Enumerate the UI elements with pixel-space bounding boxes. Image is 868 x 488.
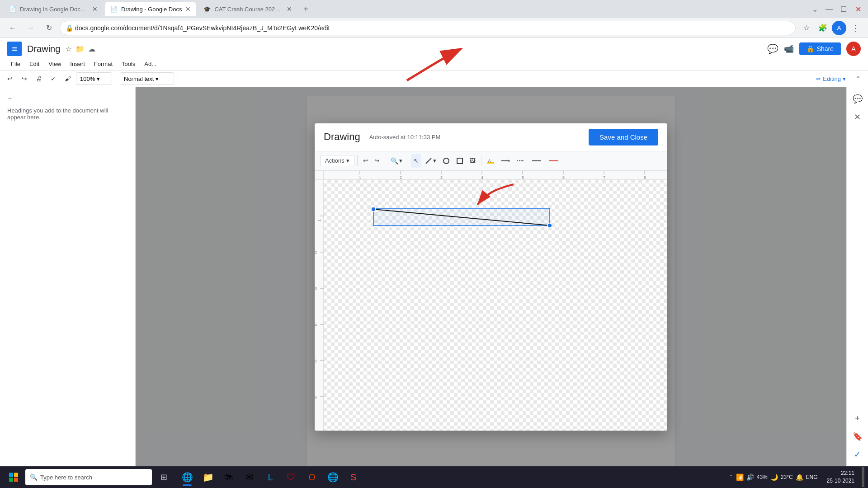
tab3-title: CAT Crash Course 2021 - Best or... <box>214 6 283 13</box>
print-button[interactable]: 🖨 <box>33 72 45 85</box>
redo-drawing-button[interactable]: ↪ <box>372 154 382 168</box>
star-icon[interactable]: ☆ <box>799 21 814 35</box>
tab-drawing-docs[interactable]: 📄 Drawing in Google Docs - Googl... ✕ <box>4 2 103 16</box>
red-line-button[interactable] <box>546 154 562 168</box>
tab1-close[interactable]: ✕ <box>92 5 98 13</box>
taskbar-lark[interactable]: L <box>260 467 280 487</box>
tab-cat-course[interactable]: 🎓 CAT Crash Course 2021 - Best or... ✕ <box>198 2 297 16</box>
comment-icon[interactable]: 💬 <box>767 43 778 54</box>
spellcheck-button[interactable]: ✓ <box>47 72 60 85</box>
tab-drawing-active[interactable]: 📄 Drawing - Google Docs ✕ <box>105 2 196 16</box>
profile-avatar[interactable]: A <box>832 21 846 35</box>
tray-up-arrow[interactable]: ⌃ <box>729 474 733 480</box>
undo-button[interactable]: ↩ <box>4 72 16 85</box>
sidebar-hint-text: Headings you add to the document will ap… <box>7 107 128 121</box>
close-window-button[interactable]: ✕ <box>852 3 864 15</box>
call-icon[interactable]: 📹 <box>784 44 794 54</box>
browser-toolbar: ← → ↻ 🔒 docs.google.com/document/d/1Nsqa… <box>0 18 868 38</box>
style-selector[interactable]: Normal text ▾ <box>120 72 174 85</box>
forward-button[interactable]: → <box>24 21 38 35</box>
redo-button[interactable]: ↪ <box>18 72 31 85</box>
handle-bottom-right[interactable] <box>547 223 552 228</box>
docs-title-actions: ☆ 📁 ☁ <box>66 45 95 53</box>
taskbar-mcafee[interactable]: 🛡 <box>281 467 301 487</box>
svg-text:A: A <box>488 159 491 163</box>
collapse-button[interactable]: ⌃ <box>852 72 864 85</box>
editing-mode[interactable]: ✏ Editing ▾ <box>812 73 850 84</box>
right-panel-bookmark-btn[interactable]: 🔖 <box>849 428 866 445</box>
star-doc-icon[interactable]: ☆ <box>66 45 72 53</box>
drawn-shape[interactable] <box>373 205 554 232</box>
right-panel-check-btn[interactable]: ✓ <box>849 446 866 463</box>
start-button[interactable] <box>4 467 24 487</box>
move-icon[interactable]: 📁 <box>75 45 85 53</box>
border-style-button[interactable] <box>498 154 512 168</box>
battery-indicator[interactable]: 43% <box>757 474 768 480</box>
docs-shell: ≡ Drawing ☆ 📁 ☁ 💬 📹 🔒 Share A <box>0 38 868 466</box>
docs-profile-avatar[interactable]: A <box>846 42 861 56</box>
solid-line-button[interactable] <box>528 154 545 168</box>
taskbar-mail[interactable]: ✉ <box>240 467 259 487</box>
taskbar-edge[interactable]: 🌐 <box>177 467 197 487</box>
show-desktop-button[interactable] <box>862 467 864 487</box>
image-tool-button[interactable]: 🖼 <box>467 154 478 168</box>
share-button[interactable]: 🔒 Share <box>799 42 841 55</box>
drawing-canvas-area[interactable]: 1 2 3 4 5 <box>315 171 667 431</box>
menu-view[interactable]: View <box>45 59 65 69</box>
right-panel-close-btn[interactable]: ✕ <box>849 109 866 125</box>
speaker-icon[interactable]: 🔊 <box>746 474 754 481</box>
weather-icon[interactable]: 🌙 <box>770 474 778 481</box>
right-panel-chat-btn[interactable]: 💬 <box>849 91 866 107</box>
new-tab-button[interactable]: + <box>299 3 312 15</box>
actions-button[interactable]: Actions ▾ <box>320 155 354 166</box>
text-highlight-button[interactable]: A <box>484 154 497 168</box>
paint-format-button[interactable]: 🖌 <box>61 72 74 85</box>
more-options-icon[interactable]: ⋮ <box>848 21 863 35</box>
handle-top-left[interactable] <box>371 207 376 211</box>
menu-addons[interactable]: Ad... <box>141 59 160 69</box>
menu-edit[interactable]: Edit <box>26 59 43 69</box>
extension-icon[interactable]: 🧩 <box>816 21 830 35</box>
taskbar-search[interactable]: 🔍 Type here to search <box>25 469 152 485</box>
tab3-close[interactable]: ✕ <box>287 5 292 13</box>
address-bar[interactable]: 🔒 docs.google.com/document/d/1Nsqaf4_PGe… <box>60 21 796 35</box>
docs-sidebar: ← Headings you add to the document will … <box>0 87 136 466</box>
taskbar-clock[interactable]: 22:11 25-10-2021 <box>823 469 858 485</box>
select-tool-button[interactable]: ↖ <box>411 154 421 168</box>
zoom-selector[interactable]: 100% ▾ <box>76 72 112 85</box>
menu-tools[interactable]: Tools <box>118 59 139 69</box>
chevron-down-icon[interactable]: ⌄ <box>808 3 821 15</box>
taskbar-store[interactable]: 🛍 <box>219 467 239 487</box>
taskbar-explorer[interactable]: 📁 <box>198 467 218 487</box>
tab2-close[interactable]: ✕ <box>185 5 191 13</box>
save-and-close-button[interactable]: Save and Close <box>589 129 658 145</box>
svg-text:4: 4 <box>315 323 317 327</box>
task-view-button[interactable]: ⊞ <box>154 467 174 487</box>
minimize-button[interactable]: — <box>823 3 835 15</box>
cloud-icon[interactable]: ☁ <box>88 45 95 53</box>
back-button[interactable]: ← <box>5 21 20 35</box>
svg-text:8: 8 <box>644 175 646 180</box>
right-panel-add-btn[interactable]: + <box>849 410 866 427</box>
undo-drawing-button[interactable]: ↩ <box>360 154 371 168</box>
menu-file[interactable]: File <box>7 59 24 69</box>
docs-document-title[interactable]: Drawing <box>27 44 60 54</box>
editing-dropdown-icon: ▾ <box>843 75 846 82</box>
tab2-favicon: 📄 <box>110 6 118 13</box>
taskbar-chrome[interactable]: 🌐 <box>323 467 343 487</box>
menu-format[interactable]: Format <box>90 59 116 69</box>
drawing-canvas[interactable] <box>324 180 667 431</box>
notifications-icon[interactable]: 🔔 <box>796 474 803 481</box>
shape-tool-button[interactable] <box>440 154 453 168</box>
sidebar-back[interactable]: ← <box>7 94 128 102</box>
network-icon[interactable]: 📶 <box>736 474 744 481</box>
reload-button[interactable]: ↻ <box>42 21 56 35</box>
box-tool-button[interactable] <box>453 154 466 168</box>
border-dash-button[interactable] <box>513 154 528 168</box>
taskbar-office[interactable]: O <box>302 467 322 487</box>
zoom-tool-button[interactable]: 🔍 ▾ <box>388 154 405 168</box>
maximize-button[interactable]: ☐ <box>837 3 850 15</box>
menu-insert[interactable]: Insert <box>66 59 89 69</box>
line-tool-button[interactable]: ▾ <box>422 154 439 168</box>
taskbar-unknown[interactable]: S <box>344 467 363 487</box>
